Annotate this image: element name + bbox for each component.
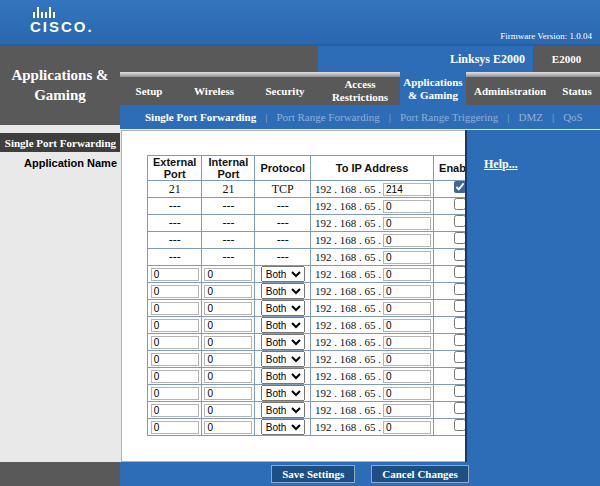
- save-settings-button[interactable]: Save Settings: [271, 465, 355, 483]
- protocol-select[interactable]: Both: [261, 351, 305, 367]
- port-table-body: 2121TCP192 . 168 . 65 .---------192 . 16…: [148, 181, 488, 436]
- external-port-input[interactable]: [151, 421, 199, 434]
- subnav-separator: |: [389, 111, 391, 123]
- external-port-input[interactable]: [151, 319, 199, 332]
- table-row: Both192 . 168 . 65 .: [148, 334, 488, 351]
- to-ip-cell: 192 . 168 . 65 .: [311, 283, 434, 300]
- ip-last-octet-input[interactable]: [383, 285, 431, 298]
- help-link[interactable]: Help...: [484, 157, 518, 172]
- ip-last-octet-input[interactable]: [383, 268, 431, 281]
- protocol-select[interactable]: Both: [261, 266, 305, 282]
- ip-prefix: 192 . 168 . 65 .: [315, 285, 381, 297]
- subnav-dmz[interactable]: DMZ: [519, 111, 543, 123]
- ip-prefix: 192 . 168 . 65 .: [315, 353, 381, 365]
- internal-port-input[interactable]: [204, 404, 252, 417]
- protocol-cell: Both: [255, 385, 311, 402]
- ip-last-octet-input[interactable]: [383, 387, 431, 400]
- protocol-select[interactable]: Both: [261, 368, 305, 384]
- internal-port-cell: [202, 351, 255, 368]
- tab-applications-gaming[interactable]: Applications & Gaming: [400, 72, 466, 105]
- subnav-port-range-forwarding[interactable]: Port Range Forwarding: [276, 111, 379, 123]
- subnav-port-range-triggering[interactable]: Port Range Triggering: [400, 111, 498, 123]
- cancel-changes-button[interactable]: Cancel Changes: [371, 465, 468, 483]
- sidebar-section-title: Single Port Forwarding: [0, 133, 120, 152]
- tab-security[interactable]: Security: [250, 77, 320, 105]
- column-header-external-port: External Port: [148, 156, 202, 181]
- ip-last-octet-input[interactable]: [383, 217, 431, 230]
- ip-last-octet-input[interactable]: [383, 251, 431, 264]
- protocol-value: TCP: [255, 181, 311, 198]
- internal-port-input[interactable]: [204, 370, 252, 383]
- protocol-select[interactable]: Both: [261, 419, 305, 435]
- internal-port-value: 21: [202, 181, 255, 198]
- tab-setup[interactable]: Setup: [120, 77, 178, 105]
- internal-port-input[interactable]: [204, 268, 252, 281]
- subnav-single-port-forwarding[interactable]: Single Port Forwarding: [145, 111, 256, 123]
- internal-port-cell: [202, 266, 255, 283]
- external-port-input[interactable]: [151, 285, 199, 298]
- to-ip-cell: 192 . 168 . 65 .: [311, 198, 434, 215]
- ip-last-octet-input[interactable]: [383, 319, 431, 332]
- internal-port-cell: [202, 334, 255, 351]
- protocol-select[interactable]: Both: [261, 385, 305, 401]
- ip-last-octet-input[interactable]: [383, 234, 431, 247]
- protocol-select[interactable]: Both: [261, 402, 305, 418]
- protocol-select[interactable]: Both: [261, 300, 305, 316]
- subnav-separator: |: [552, 111, 554, 123]
- protocol-cell: Both: [255, 317, 311, 334]
- external-port-value: ---: [148, 249, 202, 266]
- subnav-separator: |: [507, 111, 509, 123]
- table-row: Both192 . 168 . 65 .: [148, 283, 488, 300]
- internal-port-input[interactable]: [204, 302, 252, 315]
- tab-access-restrictions[interactable]: Access Restrictions: [320, 77, 400, 105]
- internal-port-input[interactable]: [204, 285, 252, 298]
- external-port-input[interactable]: [151, 336, 199, 349]
- internal-port-input[interactable]: [204, 336, 252, 349]
- tab-status[interactable]: Status: [554, 77, 600, 105]
- internal-port-input[interactable]: [204, 319, 252, 332]
- external-port-input[interactable]: [151, 370, 199, 383]
- protocol-select[interactable]: Both: [261, 283, 305, 299]
- protocol-select[interactable]: Both: [261, 317, 305, 333]
- brand-row: Linksys E2000 E2000: [120, 46, 600, 72]
- ip-prefix: 192 . 168 . 65 .: [315, 302, 381, 314]
- footer-left-spacer: [0, 462, 120, 486]
- ip-last-octet-input[interactable]: [383, 302, 431, 315]
- internal-port-input[interactable]: [204, 421, 252, 434]
- to-ip-cell: 192 . 168 . 65 .: [311, 215, 434, 232]
- ip-last-octet-input[interactable]: [383, 200, 431, 213]
- external-port-cell: [148, 368, 202, 385]
- table-row: ---------192 . 168 . 65 .: [148, 215, 488, 232]
- ip-last-octet-input[interactable]: [383, 336, 431, 349]
- to-ip-cell: 192 . 168 . 65 .: [311, 334, 434, 351]
- table-row: Both192 . 168 . 65 .: [148, 317, 488, 334]
- table-row: ---------192 . 168 . 65 .: [148, 198, 488, 215]
- table-row: Both192 . 168 . 65 .: [148, 385, 488, 402]
- brand-row-spacer: [120, 46, 318, 72]
- subnav-qos[interactable]: QoS: [563, 111, 583, 123]
- port-forwarding-table: External PortInternal PortProtocolTo IP …: [147, 155, 488, 436]
- firmware-version: Firmware Version: 1.0.04: [500, 31, 592, 41]
- model-badge: E2000: [533, 46, 600, 72]
- tab-administration[interactable]: Administration: [466, 77, 554, 105]
- ip-last-octet-input[interactable]: [383, 404, 431, 417]
- external-port-input[interactable]: [151, 404, 199, 417]
- ip-last-octet-input[interactable]: [383, 183, 431, 196]
- external-port-input[interactable]: [151, 268, 199, 281]
- ip-last-octet-input[interactable]: [383, 353, 431, 366]
- external-port-input[interactable]: [151, 353, 199, 366]
- external-port-input[interactable]: [151, 302, 199, 315]
- table-row: Both192 . 168 . 65 .: [148, 300, 488, 317]
- internal-port-input[interactable]: [204, 353, 252, 366]
- ip-prefix: 192 . 168 . 65 .: [315, 421, 381, 433]
- internal-port-input[interactable]: [204, 387, 252, 400]
- ip-last-octet-input[interactable]: [383, 421, 431, 434]
- top-banner: CISCO. Firmware Version: 1.0.04: [0, 0, 600, 46]
- external-port-input[interactable]: [151, 387, 199, 400]
- tab-wireless[interactable]: Wireless: [178, 77, 250, 105]
- internal-port-cell: [202, 402, 255, 419]
- ip-last-octet-input[interactable]: [383, 370, 431, 383]
- column-header-to-ip-address: To IP Address: [311, 156, 434, 181]
- protocol-select[interactable]: Both: [261, 334, 305, 350]
- device-name: Linksys E2000: [318, 46, 533, 72]
